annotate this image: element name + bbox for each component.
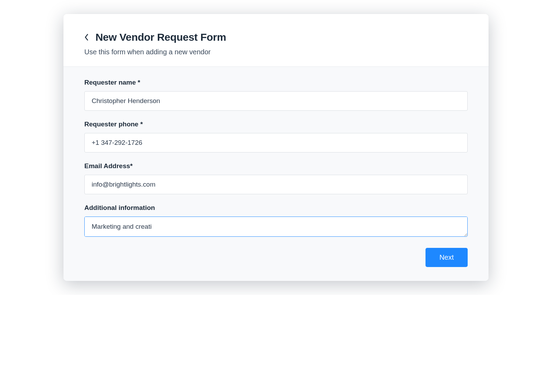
card-header: New Vendor Request Form Use this form wh… (63, 14, 489, 67)
requester-phone-input[interactable] (84, 133, 468, 152)
additional-info-group: Additional information (84, 204, 468, 238)
additional-info-label: Additional information (84, 204, 468, 212)
card-body: Requester name * Requester phone * Email… (63, 67, 489, 281)
button-row: Next (84, 248, 468, 267)
page-title: New Vendor Request Form (95, 31, 226, 43)
email-label: Email Address* (84, 162, 468, 170)
requester-phone-label: Requester phone * (84, 120, 468, 128)
page-subtitle: Use this form when adding a new vendor (84, 48, 468, 56)
email-input[interactable] (84, 175, 468, 194)
requester-name-input[interactable] (84, 91, 468, 111)
form-card: New Vendor Request Form Use this form wh… (63, 14, 489, 281)
requester-name-label: Requester name * (84, 79, 468, 86)
requester-name-group: Requester name * (84, 79, 468, 111)
additional-info-textarea[interactable] (84, 217, 468, 237)
next-button[interactable]: Next (426, 248, 468, 267)
email-group: Email Address* (84, 162, 468, 194)
back-icon[interactable] (84, 33, 89, 41)
requester-phone-group: Requester phone * (84, 120, 468, 152)
title-row: New Vendor Request Form (84, 31, 468, 43)
